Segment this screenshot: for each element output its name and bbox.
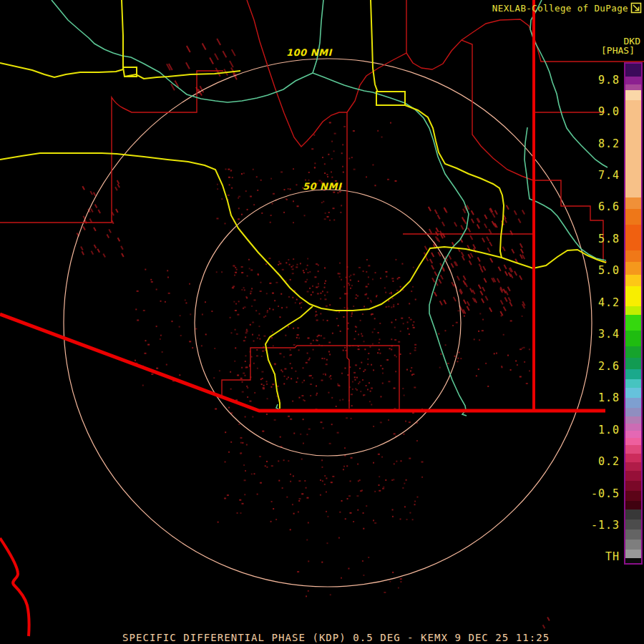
county-line (222, 346, 399, 409)
color-scale-tick: 3.4 (570, 328, 620, 341)
color-scale-segment (625, 462, 641, 471)
color-scale-segment (625, 454, 641, 462)
river-lines (52, 0, 608, 416)
color-scale-segment (625, 550, 641, 558)
color-scale-segment (625, 250, 641, 262)
color-scale-tick: 4.2 (570, 297, 620, 309)
highway-line (0, 63, 123, 77)
color-scale-tick: 8.2 (570, 138, 620, 150)
color-scale-segment (625, 90, 641, 100)
color-scale-segment (625, 408, 641, 416)
color-scale-tick: TH (570, 551, 620, 563)
color-scale-segment (625, 416, 641, 424)
color-scale-tick: 7.4 (570, 170, 620, 182)
color-scale-segment (625, 77, 641, 84)
color-scale-segment (625, 64, 641, 77)
color-scale-bar (624, 62, 643, 565)
product-title: SPECIFIC DIFFERENTIAL PHASE (KDP) 0.5 DE… (122, 632, 550, 643)
range-ring-50nmi (195, 190, 461, 456)
color-scale-segment (625, 398, 641, 408)
color-scale-tick: -0.5 (570, 488, 620, 500)
color-scale-segment (625, 197, 641, 209)
color-scale-tick: 2.6 (570, 361, 620, 373)
color-scale-tick: 9.0 (570, 106, 620, 118)
color-scale-segment (625, 471, 641, 481)
county-line (347, 112, 349, 409)
highway-line (0, 153, 606, 311)
color-scale-segment (625, 424, 641, 431)
color-scale-segment (625, 209, 641, 225)
color-scale-segment (625, 346, 641, 358)
color-scale-tick: 6.6 (570, 201, 620, 213)
radar-display: 100 NMI50 NMI NEXLAB-College of DuPage D… (0, 0, 644, 644)
highway-line (125, 71, 240, 79)
color-scale-segment (625, 315, 641, 331)
color-scale-tick: 0.2 (570, 456, 620, 468)
color-scale-segment (625, 388, 641, 398)
color-scale-tick: 1.8 (570, 392, 620, 404)
color-scale-segment (625, 358, 641, 369)
river-line (313, 0, 323, 73)
range-rings (64, 59, 592, 587)
color-scale-segment (625, 445, 641, 454)
color-scale-segment (625, 519, 641, 530)
county-boundary-lines (0, 0, 644, 409)
color-scale-tick: 5.8 (570, 233, 620, 245)
county-line (406, 40, 533, 180)
units-label: [PHAS] (601, 45, 635, 56)
color-scale-segment (625, 306, 641, 315)
color-scale-tick: -1.3 (570, 519, 620, 532)
radar-map-canvas (0, 0, 644, 644)
color-scale-segment (625, 509, 641, 519)
color-scale-segment (625, 286, 641, 306)
color-scale-tick: 5.0 (570, 265, 620, 277)
river-line (313, 73, 469, 416)
color-scale-segment (625, 275, 641, 286)
highway-line (371, 0, 378, 92)
color-scale-segment (625, 379, 641, 388)
range-ring-100nmi (64, 59, 592, 587)
color-scale-segment (625, 558, 641, 563)
range-ring-label: 100 NMI (286, 47, 332, 58)
color-scale-tick: 1.0 (570, 424, 620, 436)
county-line (0, 71, 223, 223)
color-scale-segment (625, 100, 641, 197)
color-scale-segment (625, 540, 641, 550)
highway-line (265, 306, 313, 409)
color-scale-segment (625, 331, 641, 346)
color-scale-segment (625, 84, 641, 90)
color-scale-segment (625, 491, 641, 501)
highway-line (122, 0, 123, 69)
color-scale-segment (625, 481, 641, 491)
color-scale-segment (625, 262, 641, 275)
range-ring-label: 50 NMI (303, 181, 341, 192)
color-scale-tick: 9.8 (570, 74, 620, 87)
river-line (52, 0, 313, 102)
border-road-southwest (0, 538, 29, 636)
color-scale-segment (625, 438, 641, 445)
county-line (247, 0, 347, 147)
color-scale-segment (625, 369, 641, 379)
color-scale-segment (625, 501, 641, 509)
color-scale-segment (625, 431, 641, 438)
brand-text: NEXLAB-College of DuPage (492, 3, 628, 14)
cod-logo-icon (630, 2, 642, 14)
color-scale-segment (625, 225, 641, 250)
color-scale-segments (625, 64, 641, 563)
color-scale-segment (625, 530, 641, 540)
highway-line (405, 105, 504, 258)
border-lines (0, 0, 605, 636)
